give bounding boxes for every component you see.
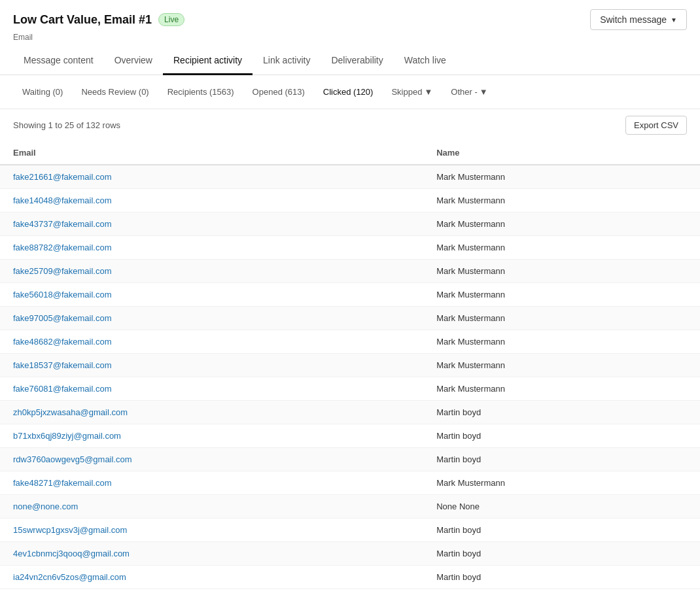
showing-text: Showing 1 to 25 of 132 rows <box>13 120 120 130</box>
email-link[interactable]: fake18537@fakemail.com <box>13 360 112 370</box>
table-row: fake43737@fakemail.comMark Mustermann <box>0 213 700 236</box>
email-cell[interactable]: fake18537@fakemail.com <box>0 354 423 377</box>
table-row: 15swrwcp1gxsv3j@gmail.comMartin boyd <box>0 519 700 542</box>
name-cell: Mark Mustermann <box>423 236 700 260</box>
email-cell[interactable]: fake56018@fakemail.com <box>0 283 423 307</box>
chevron-down-skipped-icon: ▼ <box>424 87 432 97</box>
email-link[interactable]: fake14048@fakemail.com <box>13 196 112 205</box>
name-cell: Mark Mustermann <box>423 283 700 307</box>
tab-deliverability[interactable]: Deliverability <box>321 47 393 75</box>
chevron-down-other-icon: ▼ <box>480 87 488 97</box>
table-row: fake18537@fakemail.comMark Mustermann <box>0 354 700 377</box>
table-row: fake56018@fakemail.comMark Mustermann <box>0 283 700 307</box>
email-link[interactable]: fake76081@fakemail.com <box>13 384 112 394</box>
name-cell: Mark Mustermann <box>423 471 700 495</box>
name-cell: Mark Mustermann <box>423 354 700 377</box>
sub-tabs-bar: Waiting (0) Needs Review (0) Recipients … <box>0 75 700 109</box>
table-row: fake97005@fakemail.comMark Mustermann <box>0 307 700 330</box>
table-row: 4ev1cbnmcj3qooq@gmail.comMartin boyd <box>0 542 700 566</box>
email-cell[interactable]: zh0kp5jxzwasaha@gmail.com <box>0 401 423 424</box>
subtab-other[interactable]: Other - ▼ <box>442 83 497 101</box>
email-cell[interactable]: none@none.com <box>0 495 423 519</box>
tab-message-content[interactable]: Message content <box>13 47 104 75</box>
col-email-header: Email <box>0 141 423 165</box>
name-cell: Mark Mustermann <box>423 260 700 283</box>
email-cell[interactable]: 4ev1cbnmcj3qooq@gmail.com <box>0 542 423 566</box>
table-row: fake88782@fakemail.comMark Mustermann <box>0 236 700 260</box>
subtab-recipients[interactable]: Recipients (1563) <box>158 83 243 101</box>
email-link[interactable]: fake56018@fakemail.com <box>13 290 112 299</box>
name-cell: Mark Mustermann <box>423 330 700 354</box>
name-cell: Mark Mustermann <box>423 307 700 330</box>
subtab-skipped-label: Skipped <box>391 87 422 97</box>
table-row: ia24vn2cn6v5zos@gmail.comMartin boyd <box>0 566 700 589</box>
email-link[interactable]: b71xbx6qj89ziyj@gmail.com <box>13 431 121 441</box>
subtab-needs-review[interactable]: Needs Review (0) <box>72 83 158 101</box>
name-cell: Martin boyd <box>423 542 700 566</box>
table-row: b71xbx6qj89ziyj@gmail.comMartin boyd <box>0 424 700 448</box>
email-cell[interactable]: fake25709@fakemail.com <box>0 260 423 283</box>
page-title: Low Cart Value, Email #1 <box>13 13 152 27</box>
email-link[interactable]: zh0kp5jxzwasaha@gmail.com <box>13 407 128 417</box>
table-row: fake21661@fakemail.comMark Mustermann <box>0 165 700 189</box>
email-cell[interactable]: ia24vn2cn6v5zos@gmail.com <box>0 566 423 589</box>
table-row: fake76081@fakemail.comMark Mustermann <box>0 377 700 401</box>
email-cell[interactable]: fake97005@fakemail.com <box>0 307 423 330</box>
table-row: fake14048@fakemail.comMark Mustermann <box>0 189 700 213</box>
email-cell[interactable]: rdw3760aowgevg5@gmail.com <box>0 448 423 471</box>
email-cell[interactable]: fake48682@fakemail.com <box>0 330 423 354</box>
email-link[interactable]: fake88782@fakemail.com <box>13 243 112 252</box>
table-row: fake25709@fakemail.comMark Mustermann <box>0 260 700 283</box>
name-cell: Mark Mustermann <box>423 189 700 213</box>
tab-overview[interactable]: Overview <box>104 47 163 75</box>
email-link[interactable]: fake97005@fakemail.com <box>13 313 112 323</box>
email-cell[interactable]: b71xbx6qj89ziyj@gmail.com <box>0 424 423 448</box>
name-cell: Martin boyd <box>423 566 700 589</box>
main-nav: Message content Overview Recipient activ… <box>0 47 700 75</box>
email-link[interactable]: fake43737@fakemail.com <box>13 219 112 229</box>
email-link[interactable]: none@none.com <box>13 502 78 511</box>
name-cell: Martin boyd <box>423 424 700 448</box>
name-cell: Mark Mustermann <box>423 165 700 189</box>
subtab-opened[interactable]: Opened (613) <box>243 83 314 101</box>
switch-message-button[interactable]: Switch message ▼ <box>590 9 687 30</box>
name-cell: Martin boyd <box>423 401 700 424</box>
name-cell: Martin boyd <box>423 519 700 542</box>
tab-recipient-activity[interactable]: Recipient activity <box>163 47 253 75</box>
subtitle: Email <box>0 33 700 47</box>
table-row: fake48271@fakemail.comMark Mustermann <box>0 471 700 495</box>
table-row: rdw3760aowgevg5@gmail.comMartin boyd <box>0 448 700 471</box>
export-csv-button[interactable]: Export CSV <box>625 116 687 135</box>
email-cell[interactable]: fake43737@fakemail.com <box>0 213 423 236</box>
table-row: zh0kp5jxzwasaha@gmail.comMartin boyd <box>0 401 700 424</box>
name-cell: Martin boyd <box>423 448 700 471</box>
email-cell[interactable]: fake21661@fakemail.com <box>0 165 423 189</box>
chevron-down-icon: ▼ <box>671 16 677 24</box>
email-cell[interactable]: fake88782@fakemail.com <box>0 236 423 260</box>
subtab-clicked[interactable]: Clicked (120) <box>314 83 383 101</box>
email-cell[interactable]: 15swrwcp1gxsv3j@gmail.com <box>0 519 423 542</box>
switch-message-label: Switch message <box>600 14 667 25</box>
tab-watch-live[interactable]: Watch live <box>394 47 457 75</box>
email-cell[interactable]: fake76081@fakemail.com <box>0 377 423 401</box>
email-link[interactable]: fake21661@fakemail.com <box>13 172 112 182</box>
email-link[interactable]: rdw3760aowgevg5@gmail.com <box>13 454 132 464</box>
subtab-skipped[interactable]: Skipped ▼ <box>382 83 442 101</box>
subtab-waiting[interactable]: Waiting (0) <box>13 83 72 101</box>
email-link[interactable]: fake25709@fakemail.com <box>13 266 112 276</box>
name-cell: Mark Mustermann <box>423 213 700 236</box>
table-row: none@none.comNone None <box>0 495 700 519</box>
col-name-header: Name <box>423 141 700 165</box>
email-cell[interactable]: fake14048@fakemail.com <box>0 189 423 213</box>
table-row: fake48682@fakemail.comMark Mustermann <box>0 330 700 354</box>
email-link[interactable]: 15swrwcp1gxsv3j@gmail.com <box>13 525 127 535</box>
recipient-table: Email Name fake21661@fakemail.comMark Mu… <box>0 141 700 589</box>
email-link[interactable]: 4ev1cbnmcj3qooq@gmail.com <box>13 549 130 558</box>
name-cell: None None <box>423 495 700 519</box>
email-link[interactable]: fake48271@fakemail.com <box>13 478 112 488</box>
email-link[interactable]: fake48682@fakemail.com <box>13 337 112 347</box>
email-link[interactable]: ia24vn2cn6v5zos@gmail.com <box>13 572 126 582</box>
email-cell[interactable]: fake48271@fakemail.com <box>0 471 423 495</box>
subtab-other-label: Other - <box>451 87 477 97</box>
tab-link-activity[interactable]: Link activity <box>253 47 321 75</box>
